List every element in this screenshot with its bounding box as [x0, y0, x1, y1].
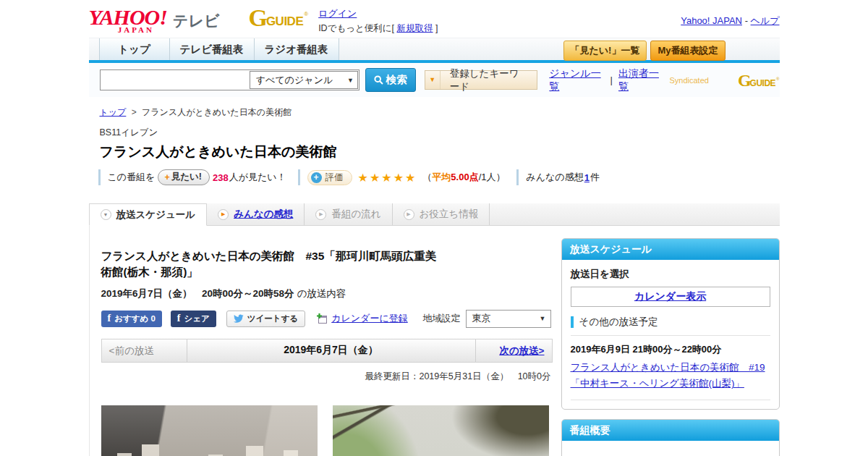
divider [571, 400, 770, 400]
mitai-count: 238 [213, 172, 229, 183]
search-bar: すべてのジャンル ▼ 検索 ▼ 登録したキーワード ジャンル一覧 | 出演者一覧… [89, 63, 780, 97]
tab-program-flow[interactable]: ▶ 番組の流れ [305, 203, 392, 225]
header: YAHOO! JAPAN テレビ GGUIDE® ログイン IDでもっと便利に[… [89, 0, 780, 38]
main-content: フランス人がときめいた日本の美術館 #35「那珂川町馬頭広重美術館(栃木・那須)… [89, 226, 561, 456]
chevron-down-icon: ▼ [540, 315, 546, 322]
service-name: テレビ [173, 11, 219, 31]
divider [571, 335, 770, 336]
mitai-button[interactable]: + 見たい! [158, 169, 210, 185]
tab-impressions[interactable]: ▶ みんなの感想 [207, 203, 305, 225]
kansou-count-link[interactable]: 1 [584, 172, 590, 183]
episode-photos [101, 405, 553, 456]
facebook-icon: f [108, 314, 111, 323]
breadcrumb-current: フランス人がときめいた日本の美術館 [142, 107, 292, 117]
episode-photo-museum-interior [101, 405, 318, 456]
syndicated-label: Syndicated [669, 76, 708, 85]
social-row: f おすすめ 0 f シェア ツイートする カレンダーに登録 [101, 310, 553, 328]
main-nav: トップ テレビ番組表 ラジオ番組表 「見たい!」一覧 My番組表設定 [89, 38, 780, 60]
overview-box-title: 番組概要 [562, 420, 779, 441]
broadcast-schedule-box: 放送スケジュール 放送日を選択 カレンダー表示 その他の放送予定 2019年6月… [561, 238, 780, 410]
yahoo-japan-link[interactable]: Yahoo! JAPAN [681, 15, 742, 26]
yahoo-japan-logo[interactable]: YAHOO! JAPAN [89, 7, 167, 34]
performer-list-link[interactable]: 出演者一覧 [618, 67, 664, 93]
rating-average: （平均5.00点/1人） [422, 171, 505, 184]
calendar-register-link[interactable]: カレンダーに登録 [331, 312, 408, 325]
nav-tab-radio-listings[interactable]: ラジオ番組表 [255, 38, 339, 60]
star-rating-icon: ★★★★★ [358, 171, 417, 185]
breadcrumb-home-link[interactable]: トップ [100, 107, 127, 117]
plus-icon: + [164, 172, 169, 182]
gguide-logo[interactable]: GGUIDE® [248, 8, 308, 29]
mitai-list-button[interactable]: 「見たい!」一覧 [563, 41, 647, 61]
select-date-label: 放送日を選択 [571, 268, 770, 281]
breadcrumb-separator: > [132, 107, 137, 117]
login-block: ログイン IDでもっと便利に[ 新規取得 ] [318, 7, 438, 35]
next-broadcast-title-link[interactable]: フランス人がときめいた日本の美術館 #19「中村キース・ヘリング美術館(山梨)」 [571, 360, 770, 392]
prev-broadcast-link[interactable]: <前の放送 [102, 339, 187, 362]
genre-list-link[interactable]: ジャンル一覧 [549, 67, 604, 93]
schedule-box-title: 放送スケジュール [562, 239, 779, 260]
login-link[interactable]: ログイン [318, 8, 357, 19]
channel-name: BS11イレブン [100, 127, 780, 139]
page-title: フランス人がときめいた日本の美術館 [100, 143, 780, 161]
content-tabs: ▼ 放送スケジュール ▶ みんなの感想 ▶ 番組の流れ ▶ お役立ち情報 [89, 203, 780, 226]
twitter-icon [234, 314, 244, 323]
tab-useful-info[interactable]: ▶ お役立ち情報 [393, 203, 490, 225]
my-schedule-settings-button[interactable]: My番組表設定 [650, 41, 725, 61]
rate-button[interactable]: + 評価 [307, 170, 352, 185]
rating-group: + 評価 ★★★★★ （平均5.00点/1人） [298, 169, 506, 185]
header-utility: Yahoo! JAPAN - ヘルプ [681, 7, 779, 34]
episode-title: フランス人がときめいた日本の美術館 #35「那珂川町馬頭広重美術館(栃木・那須)… [101, 248, 443, 281]
region-select[interactable]: 東京 ▼ [466, 310, 551, 328]
mitai-group: この番組を + 見たい! 238 人が見たい！ [98, 169, 286, 185]
genre-select[interactable]: すべてのジャンル ▼ [250, 71, 358, 89]
nav-tab-top[interactable]: トップ [99, 38, 170, 60]
other-schedule-label: その他の放送予定 [571, 316, 770, 328]
registered-trademark-icon: ® [304, 11, 308, 17]
nav-tab-tv-listings[interactable]: テレビ番組表 [170, 38, 255, 60]
link-separator: | [610, 75, 613, 85]
tweet-button[interactable]: ツイートする [226, 311, 305, 327]
play-circle-icon: ▶ [315, 209, 326, 220]
calendar-display-link[interactable]: カレンダー表示 [634, 290, 706, 303]
tab-broadcast-schedule[interactable]: ▼ 放送スケジュール [89, 203, 208, 226]
play-circle-icon: ▶ [404, 209, 414, 220]
registered-keywords-button[interactable]: ▼ 登録したキーワード [425, 70, 538, 90]
calendar-display-box: カレンダー表示 [571, 287, 770, 307]
search-button[interactable]: 検索 [365, 68, 416, 92]
search-input[interactable] [101, 70, 249, 90]
gguide-g-icon: G [248, 8, 267, 29]
registered-trademark-icon: ® [776, 77, 779, 81]
broadcast-pager: <前の放送 2019年6月7日（金） 次の放送> [101, 339, 553, 363]
current-broadcast-date: 2019年6月7日（金） [187, 344, 475, 357]
last-updated: 最終更新日：2019年5月31日（金） 10時0分 [101, 371, 553, 383]
program-overview-box: 番組概要 [561, 419, 780, 456]
calendar-add-icon [317, 313, 328, 324]
region-label: 地域設定 [423, 312, 461, 325]
chevron-down-circle-icon: ▼ [101, 209, 111, 220]
play-circle-icon: ▶ [218, 209, 229, 220]
sidebar: 放送スケジュール 放送日を選択 カレンダー表示 その他の放送予定 2019年6月… [561, 226, 780, 456]
page: YAHOO! JAPAN テレビ GGUIDE® ログイン IDでもっと便利に[… [0, 0, 868, 456]
search-icon [374, 75, 383, 85]
next-broadcast-link[interactable]: 次の放送> [499, 345, 544, 356]
search-box: すべてのジャンル ▼ [100, 69, 359, 90]
program-stats-row: この番組を + 見たい! 238 人が見たい！ + 評価 ★★★★★ （平均5.… [98, 169, 780, 185]
chevron-down-icon: ▼ [347, 77, 354, 84]
login-note: IDでもっと便利に[ 新規取得 ] [318, 22, 438, 35]
help-link[interactable]: ヘルプ [751, 15, 780, 26]
plus-circle-icon: + [311, 172, 322, 183]
register-link[interactable]: 新規取得 [397, 23, 433, 33]
kansou-group: みんなの感想 1 件 [516, 169, 599, 185]
broadcast-datetime: 2019年6月7日（金） 20時00分～20時58分 の放送内容 [101, 287, 553, 300]
facebook-share-button[interactable]: f シェア [171, 311, 216, 327]
facebook-icon: f [177, 314, 181, 323]
gguide-logo-small[interactable]: GGUIDE® [738, 73, 780, 88]
episode-photo-museum-exterior [333, 405, 549, 456]
breadcrumb: トップ > フランス人がときめいた日本の美術館 [100, 106, 780, 119]
facebook-recommend-button[interactable]: f おすすめ 0 [101, 311, 162, 327]
dropdown-arrow-icon: ▼ [425, 71, 441, 89]
next-broadcast-datetime: 2019年6月9日 21時00分～22時00分 [571, 343, 770, 356]
